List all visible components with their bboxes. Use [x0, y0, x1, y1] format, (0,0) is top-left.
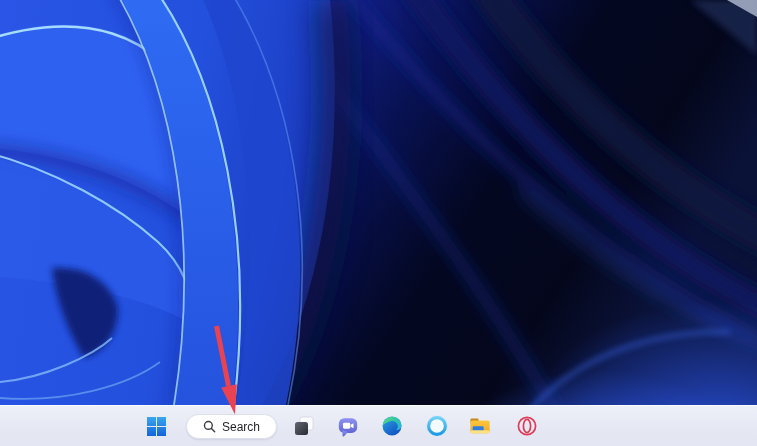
file-explorer-icon [469, 415, 491, 437]
edge-button[interactable] [375, 408, 409, 444]
search-button[interactable]: Search [186, 414, 277, 439]
edge-icon [381, 415, 403, 437]
cortana-button[interactable] [420, 408, 454, 444]
file-explorer-button[interactable] [463, 408, 497, 444]
task-view-button[interactable] [287, 408, 321, 444]
windows-logo-icon [147, 417, 166, 436]
search-icon [203, 420, 216, 433]
teams-chat-icon [337, 415, 359, 438]
task-view-icon [293, 415, 315, 437]
opera-button[interactable] [510, 408, 544, 444]
opera-icon [516, 415, 538, 437]
start-button[interactable] [139, 408, 173, 444]
wallpaper-image [0, 0, 757, 405]
taskbar: Search [0, 405, 757, 446]
chat-button[interactable] [331, 408, 365, 444]
cortana-icon [426, 415, 448, 437]
search-label: Search [222, 421, 260, 433]
desktop-screen: Search [0, 0, 757, 446]
